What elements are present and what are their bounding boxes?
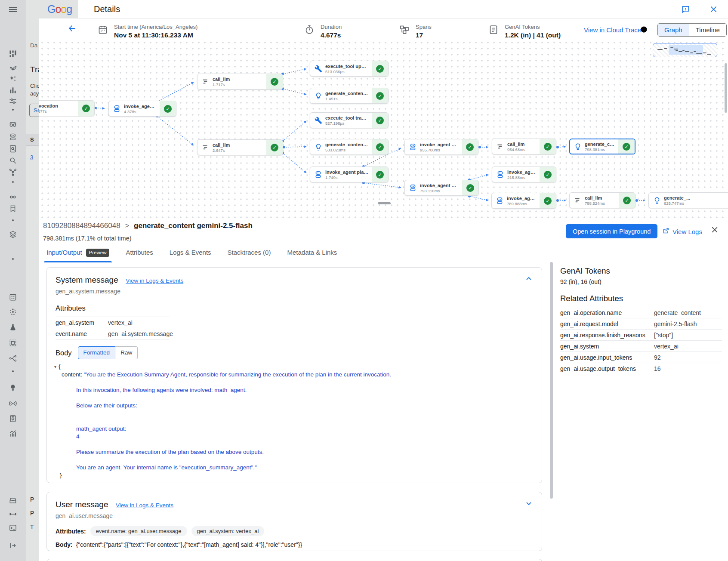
formatted-button[interactable]: Formatted — [78, 346, 116, 359]
tab-stacktraces[interactable]: Stacktraces (0) — [228, 245, 271, 260]
node-invoke-agent-math[interactable]: invoke_agent math_agent789.888ms ✓ — [491, 193, 556, 209]
back-arrow-icon[interactable] — [67, 24, 77, 35]
agent-icon — [496, 197, 504, 205]
success-check-icon: ✓ — [376, 117, 384, 124]
feedback-icon[interactable] — [681, 5, 690, 15]
node-generate-content-selected[interactable]: generate_content gemini...798.381ms ✓ — [569, 139, 635, 154]
toggle-graph[interactable]: Graph — [658, 24, 689, 36]
attribute-chip: gen_ai.system: vertex_ai — [191, 526, 265, 536]
node-call-llm-2[interactable]: call_llm2.647s ✓ — [197, 139, 283, 155]
toggle-timeline[interactable]: Timeline — [689, 24, 726, 36]
branch-icon[interactable] — [7, 353, 19, 364]
dumbbell-icon[interactable] — [7, 509, 19, 520]
content-scrollbar[interactable] — [550, 262, 553, 499]
search-icon[interactable] — [7, 155, 19, 166]
tab-logs-events[interactable]: Logs & Events — [170, 245, 211, 260]
underlay-button[interactable]: Se — [29, 104, 39, 117]
underlay-nav-label: T — [30, 524, 34, 530]
genai-tokens-heading: GenAI Tokens — [560, 266, 722, 276]
flask-icon[interactable] — [7, 322, 19, 333]
bookmark-icon[interactable] — [7, 203, 19, 214]
view-in-cloud-trace-link[interactable]: View in Cloud Trace — [584, 26, 641, 34]
table-row: gen_ai.operation.namegenerate_content — [560, 307, 722, 318]
node-execute-tool-update[interactable]: execute_tool update_exe...613.036µs ✓ — [310, 61, 389, 77]
node-generate-content-1[interactable]: generate_content gemini...1.451s ✓ — [310, 88, 389, 104]
node-invoke-agent-code[interactable]: invoke_agent code_agent215.88ms ✓ — [492, 166, 556, 182]
doc-search-icon[interactable] — [7, 143, 19, 154]
node-call-llm-3[interactable]: call_llm954.68ms ✓ — [492, 139, 556, 154]
node-invoke-agent-execution[interactable]: invoke_agent execution_...4.378s ✓ — [108, 101, 176, 117]
collapse-icon[interactable] — [524, 274, 533, 285]
titlebar-divider — [699, 5, 699, 14]
bar-chart-icon[interactable] — [7, 85, 19, 96]
node-invoke-agent-plan[interactable]: invoke_agent plan_execu...1.749s ✓ — [310, 166, 389, 182]
waterfall-icon — [496, 142, 504, 151]
sparkle-icon[interactable] — [7, 73, 19, 84]
menu-icon[interactable] — [8, 4, 18, 16]
table-row: gen_ai.response.finish_reasons["stop"] — [560, 330, 722, 341]
event-name: gen_ai.system.message — [56, 288, 533, 295]
node-call-llm-1[interactable]: call_llm1.717s ✓ — [197, 74, 283, 89]
view-in-logs-link[interactable]: View in Logs & Events — [116, 502, 173, 509]
calendar-icon — [98, 24, 108, 37]
collapse-panel-icon[interactable] — [7, 540, 19, 551]
node-invoke-agent-execution-2[interactable]: invoke_agent execution_...955.788ms ✓ — [404, 139, 478, 155]
goggles-icon[interactable] — [7, 119, 19, 130]
node-execute-tool-transfer[interactable]: execute_tool transfer_to_...527.198µs ✓ — [310, 112, 389, 128]
archive-box-icon[interactable] — [7, 495, 19, 506]
node-generate-content-3[interactable]: generate_...625.747ms — [648, 192, 728, 208]
stat-label: Spans — [416, 24, 432, 30]
success-check-icon: ✓ — [623, 143, 630, 151]
frame-dots-icon[interactable] — [7, 292, 19, 303]
layers-icon[interactable] — [7, 229, 19, 240]
close-span-detail-icon[interactable] — [710, 225, 719, 236]
resize-handle[interactable] — [378, 202, 391, 204]
tab-input-output[interactable]: Input/OutputPreview — [46, 245, 109, 260]
trace-id[interactable]: 8109280884894466048 — [43, 222, 120, 230]
close-icon[interactable] — [709, 5, 718, 15]
trace-graph-canvas[interactable]: invocation4.677s ✓ invoke_agent executio… — [39, 40, 728, 218]
dashboard-icon[interactable] — [7, 48, 19, 59]
node-call-llm-4[interactable]: call_llm788.524ms ✓ — [569, 192, 635, 208]
node-generate-content-2[interactable]: generate_content gemini...533.823ms ✓ — [310, 139, 389, 155]
graph-scrollbar[interactable] — [725, 63, 727, 113]
raw-button[interactable]: Raw — [115, 346, 138, 359]
hub-icon[interactable] — [7, 166, 19, 178]
nav-dot — [12, 370, 14, 372]
json-key: content: — [62, 371, 82, 378]
view-logs-link[interactable]: View Logs — [662, 227, 702, 236]
json-root-line[interactable]: ▾{ — [54, 363, 533, 371]
expand-icon[interactable] — [524, 499, 533, 509]
agent-icon[interactable] — [7, 131, 19, 142]
tab-attributes[interactable]: Attributes — [126, 245, 153, 260]
success-check-icon: ✓ — [164, 105, 172, 113]
area-chart-icon[interactable] — [7, 428, 19, 439]
status-zone: ✓ — [462, 139, 478, 154]
underlay-link[interactable]: 3 — [30, 154, 33, 160]
attributes-label: Attributes: — [56, 528, 86, 535]
tab-metadata-links[interactable]: Metadata & Links — [287, 245, 337, 260]
waterfall-icon — [574, 196, 582, 204]
left-nav-rail — [0, 0, 26, 561]
broadcast-icon[interactable] — [7, 398, 19, 409]
node-invocation[interactable]: invocation4.677s ✓ — [39, 100, 95, 116]
terminal-icon[interactable] — [7, 522, 19, 533]
tune-icon[interactable] — [7, 96, 19, 107]
stat-label: Start time (America/Los_Angeles) — [114, 24, 197, 30]
node-invoke-agent-worker[interactable]: invoke_agent worker_par...793.116ms ✓ — [404, 180, 479, 196]
open-playground-button[interactable]: Open session in Playground — [566, 224, 657, 238]
view-in-logs-link[interactable]: View in Logs & Events — [126, 277, 183, 284]
orbit-icon[interactable] — [7, 306, 19, 317]
success-check-icon: ✓ — [376, 143, 384, 151]
device-bulb-icon[interactable] — [7, 413, 19, 424]
graph-minimap[interactable] — [653, 43, 717, 57]
waterfall-icon — [201, 77, 210, 86]
stat-value: Nov 5 at 11:30:16.233 AM — [114, 31, 197, 39]
seedling-icon[interactable] — [7, 62, 19, 73]
lightbulb-icon[interactable] — [7, 382, 19, 393]
infinity-icon[interactable] — [7, 191, 19, 203]
underlay-text: Clic — [30, 83, 39, 89]
help-icon[interactable] — [640, 25, 648, 35]
chip-icon[interactable] — [7, 337, 19, 348]
wrench-icon — [314, 65, 322, 73]
